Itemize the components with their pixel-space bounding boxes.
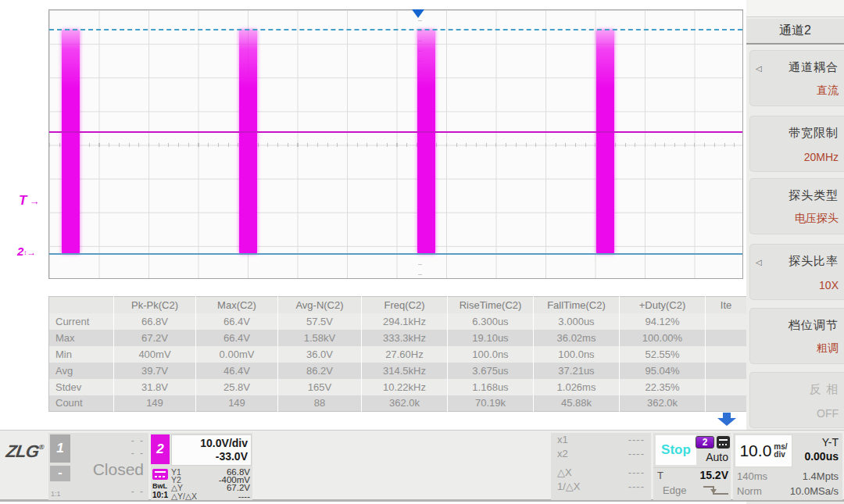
cursor-row: △Y/△X---- <box>171 492 250 500</box>
measurement-value: 1.168us <box>448 379 534 395</box>
measurement-value: 66.8V <box>114 313 196 330</box>
trigger-level-marker[interactable]: T→ <box>19 193 39 209</box>
cursor-value: ---- <box>238 492 250 500</box>
measurement-value: 36.0V <box>278 346 362 363</box>
row-label: Avg <box>49 363 114 379</box>
measurement-value: 66.4V <box>196 313 278 330</box>
submenu-arrow-icon: ◁ <box>756 64 762 73</box>
timebase-scale-box[interactable]: 10.0 ms/ div <box>735 434 792 467</box>
menu-item-value: 20MHz <box>804 151 839 163</box>
menu-item-3[interactable]: 探头类型电压探头 <box>749 178 844 234</box>
measurement-value: 1.026ms <box>534 379 620 395</box>
measurement-value: 149 <box>196 395 278 412</box>
measurement-value: 36.02ms <box>534 330 620 346</box>
menu-title: 通道2 <box>746 19 844 45</box>
x-cursor-value: ---- <box>628 447 645 461</box>
column-header: FallTime(C2) <box>534 297 620 313</box>
channel1-scale-value: - - <box>131 435 145 446</box>
display-mode: Y-T <box>822 436 839 449</box>
menu-item-4[interactable]: ◁探头比率10X <box>749 244 844 300</box>
pulse-burst <box>596 30 614 254</box>
trigger-coupling-icon <box>717 436 730 449</box>
channel1-minus-badge[interactable]: - <box>50 466 70 481</box>
measurement-value: 149 <box>114 395 196 412</box>
menu-item-value: 直流 <box>817 84 839 98</box>
down-arrow-icon <box>717 418 736 426</box>
measurement-value: 22.35% <box>620 379 706 395</box>
measurement-value: 165V <box>278 379 362 395</box>
run-stop-indicator[interactable]: Stop <box>655 434 697 466</box>
sample-rate: 10.0MSa/s <box>790 485 839 497</box>
channel1-probe-ratio: 1:1 <box>51 490 61 498</box>
timebase-scale: 10.0 <box>739 441 771 460</box>
trigger-level-label: T <box>657 470 663 481</box>
channel1-status[interactable]: 1 - - - - - Closed 1:1 - - <box>48 433 148 500</box>
measurement-value <box>706 330 747 346</box>
menu-item-2[interactable]: 带宽限制20MHz <box>749 116 844 172</box>
channel2-status[interactable]: 2 10.0V/div -33.0V BwL 10:1 Y166.8VY2-40… <box>151 433 252 500</box>
measurement-value: 400mV <box>114 346 196 363</box>
measurement-value <box>706 346 747 363</box>
measurement-value: 27.60Hz <box>362 346 448 363</box>
x-cursor-row: 1/△X---- <box>551 480 651 494</box>
trigger-source-badge: 2 <box>696 436 714 449</box>
channel1-badge[interactable]: 1 <box>50 434 70 463</box>
column-header: Pk-Pk(C2) <box>114 297 196 313</box>
ch2-position-marker[interactable]: 2↕→ <box>17 245 36 258</box>
menu-item-label: 通道耦合 <box>789 60 839 75</box>
pulse-burst <box>62 30 80 254</box>
measurement-value: 70.19k <box>448 395 534 412</box>
cursor-label: △Y/△X <box>171 492 197 500</box>
dc-coupling-icon <box>152 469 168 480</box>
trigger-level-label: T <box>19 193 27 208</box>
trigger-position-marker[interactable] <box>412 9 424 18</box>
timebase-status[interactable]: 10.0 ms/ div Y-T 0.00us 140ms 1.4Mpts No… <box>733 433 842 500</box>
menu-item-5[interactable]: 档位调节粗调 <box>749 308 844 364</box>
table-row: Stdev31.8V25.8V165V10.22kHz1.168us1.026m… <box>49 379 747 395</box>
cursor-y1-line[interactable] <box>49 29 742 30</box>
menu-item-value: 粗调 <box>817 341 839 356</box>
measurement-value <box>706 395 747 412</box>
channel2-scale: 10.0V/div <box>175 437 248 450</box>
measurement-value: 37.21us <box>534 363 620 379</box>
ch2-marker-arrow-icon: → <box>27 247 36 258</box>
column-header: +Duty(C2) <box>620 297 706 313</box>
ch2-trace-baseline <box>49 131 742 133</box>
channel1-offset-value: - - <box>131 448 145 459</box>
x-cursor-row: x2---- <box>551 447 651 461</box>
measurement-value: 66.4V <box>196 330 278 346</box>
measurement-value: 67.2V <box>114 330 196 346</box>
channel2-badge[interactable]: 2 <box>151 434 170 464</box>
menu-item-label: 反 相 <box>810 382 839 397</box>
measurement-value: 100.0ns <box>534 346 620 363</box>
table-row: Avg39.7V46.4V86.2V314.5kHz3.675us37.21us… <box>49 363 747 379</box>
measurement-value: 46.4V <box>196 363 278 379</box>
menu-item-1[interactable]: ◁通道耦合直流 <box>749 50 844 106</box>
measurement-value: 3.000us <box>534 313 620 330</box>
menu-item-label: 档位调节 <box>789 318 839 333</box>
down-arrow-icon <box>723 413 731 418</box>
measurement-value <box>706 313 747 330</box>
center-horizontal-axis-ticks <box>49 143 742 147</box>
column-header: Freq(C2) <box>362 297 448 313</box>
measurement-value: 39.7V <box>114 363 196 379</box>
trigger-type: Edge <box>663 484 686 496</box>
measurement-value: 95.04% <box>620 363 706 379</box>
measurement-value: 1.58kV <box>278 330 362 346</box>
table-scroll-down-arrow[interactable] <box>717 413 737 427</box>
measurement-value: 100.00% <box>620 330 706 346</box>
x-cursor-value: ---- <box>628 480 645 494</box>
bandwidth-limit-flag: BwL <box>152 482 167 490</box>
table-row: Count14914988362.0k70.19k45.88k362.0k <box>49 395 747 412</box>
menu-item-value: 10X <box>819 279 839 291</box>
timebase-unit-bottom: div <box>774 450 785 459</box>
channel1-bottom-value: - - <box>131 486 145 497</box>
measurement-value: 100.0ns <box>448 346 534 363</box>
x-cursor-label: △X <box>557 466 572 480</box>
measurement-value: 362.0k <box>362 395 448 412</box>
measurement-value: 94.12% <box>620 313 706 330</box>
column-header: Ite <box>706 297 747 313</box>
trigger-status[interactable]: Stop 2 Auto T 15.2V Edge <box>653 433 731 500</box>
cursor-y2-line[interactable] <box>49 253 742 255</box>
menu-title-label: 通道2 <box>779 23 811 39</box>
